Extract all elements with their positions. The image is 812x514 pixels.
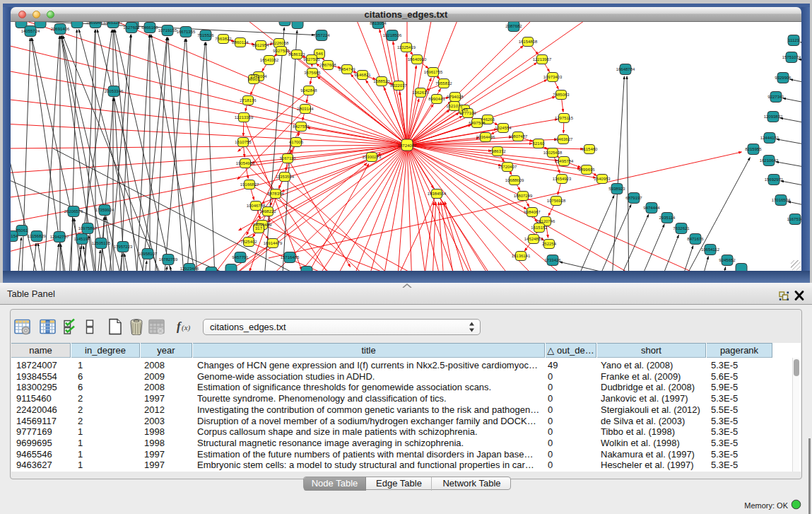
svg-text:23226058: 23226058: [270, 41, 289, 45]
svg-text:6497508: 6497508: [469, 121, 486, 125]
svg-text:19218506: 19218506: [383, 33, 402, 37]
svg-text:15136141: 15136141: [512, 254, 531, 258]
svg-text:3675685: 3675685: [304, 71, 321, 75]
svg-text:7625402: 7625402: [240, 240, 257, 244]
svg-text:23300273: 23300273: [363, 155, 382, 159]
svg-text:9115460: 9115460: [582, 147, 599, 151]
svg-text:10719155: 10719155: [158, 28, 177, 33]
svg-text:1610755: 1610755: [235, 140, 252, 144]
svg-text:20206576: 20206576: [64, 209, 83, 214]
svg-text:9327505: 9327505: [303, 57, 320, 62]
svg-text:9384067: 9384067: [524, 210, 541, 214]
svg-text:2867608: 2867608: [319, 63, 336, 67]
svg-text:17359924: 17359924: [95, 208, 114, 212]
svg-text:7515526: 7515526: [197, 33, 214, 37]
svg-text:12923446: 12923446: [180, 267, 199, 271]
svg-text:1733426: 1733426: [544, 258, 561, 262]
svg-text:12975115: 12975115: [555, 116, 574, 120]
svg-text:9777109: 9777109: [459, 111, 476, 115]
svg-text:1527602: 1527602: [123, 25, 140, 30]
svg-text:9899695: 9899695: [578, 168, 595, 172]
svg-text:2087682: 2087682: [505, 24, 522, 28]
svg-text:9794028: 9794028: [447, 95, 464, 99]
svg-text:15751074: 15751074: [782, 55, 801, 59]
svg-text:11353594: 11353594: [276, 175, 295, 179]
svg-text:20364436: 20364436: [476, 135, 495, 139]
svg-text:16543362: 16543362: [260, 58, 279, 62]
svg-text:19463627: 19463627: [554, 137, 573, 141]
svg-text:10654112: 10654112: [701, 247, 720, 252]
svg-text:5938923: 5938923: [608, 187, 625, 191]
svg-text:15716485: 15716485: [281, 255, 300, 259]
svg-text:9146821: 9146821: [354, 73, 371, 77]
svg-text:417006: 417006: [289, 140, 304, 144]
svg-text:8322037: 8322037: [390, 83, 407, 88]
svg-text:10046788: 10046788: [247, 204, 266, 208]
svg-text:15495784: 15495784: [555, 159, 574, 163]
svg-text:14055724: 14055724: [21, 29, 40, 33]
svg-text:252254: 252254: [542, 242, 557, 246]
svg-text:39154: 39154: [11, 234, 18, 238]
svg-text:85061: 85061: [16, 228, 28, 233]
svg-text:11123: 11123: [788, 38, 799, 42]
svg-text:10975867: 10975867: [78, 226, 98, 230]
svg-text:546: 546: [316, 52, 324, 56]
svg-text:19384554: 19384554: [428, 192, 447, 196]
svg-text:6466160: 6466160: [141, 25, 158, 30]
svg-text:18807249: 18807249: [514, 194, 533, 198]
svg-text:9457791: 9457791: [232, 255, 249, 259]
svg-text:17957223: 17957223: [114, 245, 133, 249]
svg-text:8860124: 8860124: [232, 40, 249, 45]
svg-text:8813054: 8813054: [370, 22, 387, 25]
svg-text:16699447: 16699447: [86, 22, 105, 25]
svg-text:12444151: 12444151: [760, 136, 779, 140]
svg-text:11156829: 11156829: [28, 234, 46, 238]
svg-text:20691406: 20691406: [51, 27, 70, 31]
svg-text:19054983: 19054983: [236, 161, 255, 165]
svg-text:1024554: 1024554: [495, 126, 512, 130]
svg-text:12505135: 12505135: [92, 241, 111, 245]
svg-text:16671355: 16671355: [177, 30, 196, 34]
svg-text:10688609: 10688609: [505, 178, 524, 182]
svg-text:20053346: 20053346: [105, 89, 124, 93]
svg-text:10653287: 10653287: [104, 22, 123, 25]
svg-text:8990443: 8990443: [428, 97, 445, 101]
svg-text:6879197: 6879197: [625, 196, 642, 200]
svg-text:2718176: 2718176: [240, 98, 257, 103]
svg-text:2935114: 2935114: [659, 216, 676, 220]
svg-text:16914479: 16914479: [264, 241, 283, 245]
svg-text:10756928: 10756928: [547, 199, 566, 203]
svg-text:7357224: 7357224: [313, 33, 330, 37]
svg-text:3267110: 3267110: [280, 156, 297, 160]
svg-text:18724007: 18724007: [398, 144, 417, 148]
svg-text:16782759: 16782759: [159, 257, 178, 262]
svg-text:15720407: 15720407: [498, 165, 517, 169]
svg-text:8912954: 8912954: [252, 43, 269, 47]
svg-text:1588520: 1588520: [373, 79, 390, 83]
svg-text:1498222: 1498222: [259, 209, 276, 214]
svg-text:16033809: 16033809: [276, 22, 295, 23]
svg-text:7663822: 7663822: [215, 37, 232, 41]
svg-text:9474444: 9474444: [643, 206, 660, 210]
svg-text:1615152: 1615152: [531, 226, 548, 230]
svg-text:317: 317: [255, 226, 263, 230]
svg-text:11325419: 11325419: [397, 45, 416, 49]
svg-text:12942757: 12942757: [50, 235, 69, 239]
svg-text:1145194: 1145194: [74, 237, 91, 241]
svg-text:12213369: 12213369: [235, 115, 254, 119]
svg-text:18640910: 18640910: [408, 57, 427, 62]
svg-text:16154808: 16154808: [519, 40, 538, 44]
svg-text:8215955: 8215955: [745, 147, 762, 151]
svg-text:19166827: 19166827: [240, 182, 259, 187]
svg-text:15692971: 15692971: [765, 177, 784, 182]
svg-text:16961755: 16961755: [424, 70, 443, 74]
svg-text:10025438: 10025438: [543, 151, 563, 155]
svg-text:9245652: 9245652: [719, 258, 736, 262]
svg-text:16210643: 16210643: [760, 158, 779, 163]
svg-text:1362615: 1362615: [412, 90, 429, 95]
svg-text:16120746: 16120746: [536, 219, 555, 223]
svg-text:62160: 62160: [533, 141, 545, 146]
svg-text:8471676: 8471676: [687, 237, 704, 241]
svg-text:9242848: 9242848: [300, 88, 317, 93]
svg-text:7632621: 7632621: [673, 226, 690, 230]
